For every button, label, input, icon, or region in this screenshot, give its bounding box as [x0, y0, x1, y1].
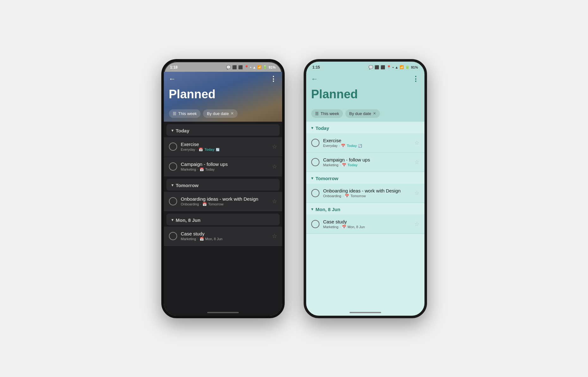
list-item: Onboarding ideas - work with Design Onbo… — [306, 184, 424, 203]
task-title: Exercise — [181, 142, 268, 147]
star-button[interactable]: ☆ — [414, 159, 419, 166]
back-button[interactable]: ← — [311, 75, 318, 83]
section-header-today[interactable]: ▾ Today — [306, 122, 424, 133]
task-complete-button[interactable] — [169, 232, 177, 240]
notification-icon: ⬛ — [374, 65, 379, 70]
task-complete-button[interactable] — [311, 220, 319, 228]
phone-dark: 1:18 💬 ⬛ ⬛ 📍 • ▲ 📶 🔋 91% ← ⋮ Planned☰Thi… — [161, 59, 285, 318]
chevron-icon: ▾ — [171, 183, 173, 187]
task-complete-button[interactable] — [311, 139, 319, 147]
task-complete-button[interactable] — [169, 197, 177, 205]
due-date-label: Tomorrow — [208, 202, 223, 206]
task-title: Exercise — [323, 138, 411, 143]
star-button[interactable]: ☆ — [414, 221, 419, 228]
separator: · — [343, 194, 344, 198]
calendar-icon: 📅 — [199, 148, 203, 152]
chevron-icon: ▾ — [311, 207, 313, 211]
task-meta: Marketing · 📅 Mon, 8 Jun — [323, 225, 411, 229]
task-meta: Onboarding · 📅 Tomorrow — [323, 194, 411, 198]
star-button[interactable]: ☆ — [272, 198, 277, 205]
section-header-mon-8-jun[interactable]: ▾ Mon, 8 Jun — [166, 214, 280, 225]
phone-light: 1:15 💬 ⬛ ⬛ 📍 • ▲ 📶 🔋 91% ← ⋮ Planned☰Thi… — [304, 59, 427, 318]
chevron-icon: ▾ — [311, 176, 313, 180]
task-content: Exercise Everyday · 📅 Today 🔄 — [181, 142, 268, 152]
section-header-tomorrow[interactable]: ▾ Tomorrow — [166, 179, 280, 191]
project-label: Onboarding — [181, 202, 199, 206]
whatsapp-icon: 💬 — [226, 65, 231, 70]
section-label: Tomorrow — [316, 176, 338, 181]
chip-this-week[interactable]: ☰This week — [169, 109, 201, 118]
task-content: Campaign - follow ups Marketing · 📅 Toda… — [323, 157, 411, 167]
battery-icon: 🔋 — [405, 65, 410, 69]
task-content: Campaign - follow ups Marketing · 📅 Toda… — [181, 161, 268, 172]
home-indicator — [306, 309, 424, 316]
chip-by-due-date[interactable]: By due date✕ — [203, 109, 238, 118]
section-header-tomorrow[interactable]: ▾ Tomorrow — [306, 172, 424, 184]
recurring-icon: 🔄 — [358, 144, 362, 148]
filter-bar: ☰This weekBy due date✕ — [164, 106, 282, 122]
task-complete-button[interactable] — [311, 158, 319, 166]
calendar-icon: 📅 — [342, 225, 346, 229]
chevron-icon: ▾ — [171, 128, 173, 133]
project-label: Everyday — [181, 148, 195, 151]
chip-label: By due date — [207, 111, 229, 116]
task-meta: Marketing · 📅 Mon, 8 Jun — [181, 237, 268, 241]
section-header-mon-8-jun[interactable]: ▾ Mon, 8 Jun — [306, 203, 424, 215]
star-button[interactable]: ☆ — [272, 233, 277, 240]
chip-close-icon[interactable]: ✕ — [231, 111, 234, 116]
star-button[interactable]: ☆ — [414, 139, 419, 146]
list-item: Exercise Everyday · 📅 Today 🔄 ☆ — [306, 133, 424, 153]
task-meta: Onboarding · 📅 Tomorrow — [181, 202, 268, 206]
section-label: Today — [316, 125, 329, 131]
status-time: 1:18 — [170, 65, 178, 70]
section-label: Today — [176, 128, 189, 133]
star-button[interactable]: ☆ — [414, 190, 419, 197]
task-complete-button[interactable] — [169, 162, 177, 171]
chip-by-due-date[interactable]: By due date✕ — [345, 109, 380, 118]
calendar-icon: 📅 — [200, 237, 204, 241]
nav-bar: ← ⋮ — [306, 72, 424, 86]
menu-lines-icon: ☰ — [315, 111, 319, 116]
screen-icon: ⬛ — [381, 65, 385, 70]
chip-this-week[interactable]: ☰This week — [311, 109, 343, 118]
header-area: ← ⋮ Planned☰This weekBy due date✕ — [306, 72, 424, 122]
wifi-icon: ▲ — [395, 65, 399, 69]
location-icon: 📍 — [244, 65, 249, 70]
status-time: 1:15 — [313, 65, 320, 70]
calendar-icon: 📅 — [341, 144, 345, 148]
project-label: Everyday — [323, 144, 338, 148]
task-title: Case study — [323, 219, 411, 224]
menu-lines-icon: ☰ — [173, 111, 176, 116]
task-content: Case study Marketing · 📅 Mon, 8 Jun — [323, 219, 411, 229]
status-bar: 1:15 💬 ⬛ ⬛ 📍 • ▲ 📶 🔋 91% — [306, 62, 424, 72]
menu-button[interactable]: ⋮ — [270, 75, 277, 83]
dot-icon: • — [393, 65, 394, 69]
task-title: Case study — [181, 231, 268, 236]
content-area: ▾ Today Exercise Everyday · 📅 Today 🔄 ☆C… — [306, 122, 424, 309]
battery-icon: 🔋 — [263, 65, 267, 69]
notification-icon: ⬛ — [232, 65, 237, 70]
battery-percent: 91% — [411, 65, 418, 69]
task-meta: Everyday · 📅 Today 🔄 — [181, 148, 268, 152]
back-button[interactable]: ← — [169, 75, 176, 83]
content-area: ▾ Today Exercise Everyday · 📅 Today 🔄 ☆C… — [164, 122, 282, 309]
chevron-icon: ▾ — [311, 126, 313, 130]
menu-button[interactable]: ⋮ — [412, 75, 419, 83]
task-content: Onboarding ideas - work with Design Onbo… — [323, 188, 411, 198]
section-header-today[interactable]: ▾ Today — [166, 124, 280, 136]
task-complete-button[interactable] — [169, 143, 177, 151]
screen-icon: ⬛ — [238, 65, 243, 70]
whatsapp-icon: 💬 — [368, 65, 373, 70]
separator: · — [200, 202, 201, 206]
star-button[interactable]: ☆ — [272, 143, 277, 150]
due-date-label: Today — [204, 148, 214, 151]
list-item: Exercise Everyday · 📅 Today 🔄 ☆ — [164, 137, 282, 156]
task-complete-button[interactable] — [311, 189, 319, 197]
nav-bar: ← ⋮ — [164, 72, 282, 86]
star-button[interactable]: ☆ — [272, 163, 277, 170]
dot-icon: • — [250, 65, 251, 69]
status-bar: 1:18 💬 ⬛ ⬛ 📍 • ▲ 📶 🔋 91% — [164, 62, 282, 72]
chip-close-icon[interactable]: ✕ — [373, 111, 376, 116]
due-date-label: Today — [348, 163, 358, 167]
calendar-icon: 📅 — [345, 194, 349, 198]
